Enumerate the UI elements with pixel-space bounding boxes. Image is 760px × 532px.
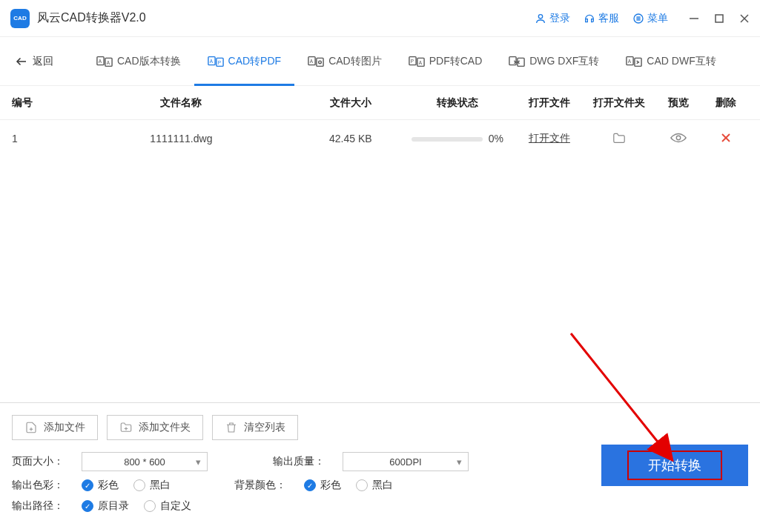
- tab-cad-dwf[interactable]: A CAD DWF互转: [612, 37, 729, 86]
- tab-dwg-dxf[interactable]: DWG DXF互转: [495, 37, 612, 86]
- radio-label: 黑白: [372, 479, 393, 492]
- svg-rect-27: [518, 58, 524, 66]
- convert-icon: A: [308, 55, 324, 68]
- user-icon: [535, 13, 546, 24]
- add-file-label: 添加文件: [44, 421, 85, 434]
- page-size-select[interactable]: 800 * 600 ▾: [82, 452, 208, 471]
- tabbar: 返回 AA CAD版本转换 AP CAD转PDF A CAD转图片 PA PDF…: [0, 37, 760, 86]
- path-radio-custom[interactable]: 自定义: [144, 499, 191, 513]
- tab-label: CAD DWF互转: [647, 55, 716, 68]
- progress-bar: [412, 137, 483, 142]
- clear-list-button[interactable]: 清空列表: [212, 415, 298, 440]
- folder-add-icon: [119, 421, 133, 434]
- service-button[interactable]: 客服: [584, 12, 619, 25]
- svg-point-21: [319, 61, 322, 64]
- arrow-left-icon: [15, 55, 28, 68]
- start-convert-button[interactable]: 开始转换: [601, 445, 748, 486]
- header-open: 打开文件: [512, 96, 586, 110]
- color-radio-group: 彩色 黑白: [82, 479, 171, 492]
- table-header: 编号 文件名称 文件大小 转换状态 打开文件 打开文件夹 预览 删除: [0, 86, 760, 120]
- action-buttons: 添加文件 添加文件夹 清空列表: [12, 415, 748, 440]
- bg-radio-group: 彩色 黑白: [304, 479, 393, 492]
- service-label: 客服: [598, 12, 619, 25]
- add-folder-button[interactable]: 添加文件夹: [107, 415, 203, 440]
- color-radio-bw[interactable]: 黑白: [133, 479, 171, 492]
- radio-label: 自定义: [160, 499, 191, 513]
- login-button[interactable]: 登录: [535, 12, 570, 25]
- quality-select[interactable]: 600DPI ▾: [343, 452, 469, 471]
- cell-size: 42.45 KB: [299, 133, 402, 144]
- tab-label: CAD版本转换: [117, 55, 181, 68]
- minimize-button[interactable]: [689, 13, 699, 24]
- cell-name: 1111111.dwg: [64, 133, 300, 144]
- header-name: 文件名称: [64, 96, 300, 110]
- svg-rect-19: [317, 58, 323, 66]
- color-label: 输出色彩：: [12, 479, 64, 492]
- radio-icon: [82, 479, 93, 491]
- radio-icon: [144, 500, 156, 512]
- svg-rect-6: [716, 15, 723, 22]
- back-label: 返回: [33, 55, 53, 68]
- convert-icon: AA: [96, 55, 113, 68]
- bottom-panel: 添加文件 添加文件夹 清空列表 页面大小： 800 * 600 ▾ 输出质量： …: [0, 402, 760, 532]
- add-file-button[interactable]: 添加文件: [12, 415, 98, 440]
- clear-label: 清空列表: [244, 421, 285, 434]
- tab-cad-to-image[interactable]: A CAD转图片: [294, 37, 395, 86]
- tab-pdf-to-cad[interactable]: PA PDF转CAD: [395, 37, 496, 86]
- chevron-down-icon: ▾: [457, 456, 462, 468]
- bg-radio-bw[interactable]: 黑白: [356, 479, 393, 492]
- open-file-link[interactable]: 打开文件: [529, 132, 570, 144]
- bg-radio-color[interactable]: 彩色: [304, 479, 341, 492]
- convert-icon: A: [626, 55, 642, 68]
- svg-text:A: A: [107, 59, 110, 64]
- path-radio-original[interactable]: 原目录: [82, 499, 129, 513]
- path-label: 输出路径：: [12, 499, 64, 513]
- header-size: 文件大小: [299, 96, 402, 110]
- app-logo: CAD: [10, 9, 30, 28]
- tab-cad-version[interactable]: AA CAD版本转换: [83, 37, 194, 86]
- convert-icon: AP: [208, 55, 224, 68]
- radio-label: 彩色: [320, 479, 341, 492]
- menu-icon: [632, 13, 644, 24]
- tab-label: CAD转PDF: [228, 55, 282, 68]
- header-status: 转换状态: [402, 96, 512, 110]
- svg-point-0: [538, 14, 542, 18]
- open-folder-button[interactable]: [612, 132, 627, 144]
- svg-text:P: P: [410, 58, 413, 63]
- page-size-value: 800 * 600: [124, 456, 165, 468]
- convert-icon: PA: [409, 55, 425, 68]
- tab-label: PDF转CAD: [429, 55, 483, 68]
- file-add-icon: [24, 421, 38, 434]
- svg-text:A: A: [310, 58, 314, 63]
- preview-button[interactable]: [670, 132, 687, 144]
- delete-button[interactable]: [721, 133, 731, 143]
- cell-status: 0%: [402, 133, 512, 144]
- menu-button[interactable]: 菜单: [632, 12, 668, 25]
- window-controls: [689, 13, 750, 24]
- tab-cad-to-pdf[interactable]: AP CAD转PDF: [194, 37, 295, 86]
- radio-icon: [82, 500, 93, 512]
- add-folder-label: 添加文件夹: [139, 421, 191, 434]
- radio-icon: [133, 479, 145, 491]
- quality-label: 输出质量：: [273, 455, 325, 468]
- back-button[interactable]: 返回: [15, 55, 53, 68]
- svg-text:P: P: [217, 59, 220, 64]
- header-delete: 删除: [704, 96, 748, 110]
- header-folder: 打开文件夹: [586, 96, 652, 110]
- quality-value: 600DPI: [389, 456, 421, 468]
- tab-label: DWG DXF互转: [529, 55, 599, 68]
- color-radio-color[interactable]: 彩色: [82, 479, 119, 492]
- app-title: 风云CAD转换器V2.0: [37, 10, 535, 26]
- close-button[interactable]: [739, 13, 750, 24]
- trash-icon: [225, 421, 238, 434]
- maximize-button[interactable]: [714, 13, 724, 24]
- chevron-down-icon: ▾: [196, 456, 201, 468]
- progress-text: 0%: [489, 133, 503, 144]
- svg-text:A: A: [418, 59, 422, 64]
- close-icon: [721, 133, 731, 143]
- cell-num: 1: [12, 133, 64, 144]
- folder-icon: [612, 132, 627, 144]
- svg-text:A: A: [209, 58, 213, 63]
- svg-text:A: A: [99, 58, 102, 63]
- eye-icon: [670, 132, 687, 144]
